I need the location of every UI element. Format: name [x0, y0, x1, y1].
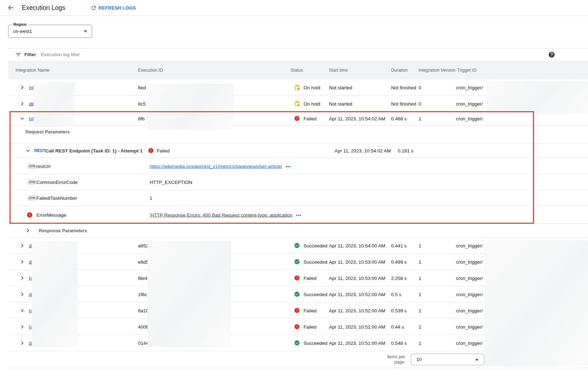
parameter-value[interactable]: 'HTTP Response Errors: 400 Bad Request c… — [150, 212, 293, 217]
execution-id-text: 6ed — [138, 85, 146, 90]
filter-input[interactable] — [41, 52, 189, 57]
integration-name-link[interactable]: bil — [29, 116, 34, 121]
request-parameters-section: Request Parameters — [8, 126, 588, 144]
expand-row-button[interactable] — [18, 306, 26, 315]
rest-task-type-icon: REST — [34, 148, 45, 153]
col-header-integration-version: Integration Version — [419, 68, 455, 73]
app-bar: Execution Logs REFRESH LOGS — [0, 0, 588, 16]
start-time: Apr 11, 2023, 10:54:00 AM — [329, 243, 385, 248]
expand-row-button[interactable] — [18, 100, 26, 108]
duration: 0.441 s — [391, 243, 407, 248]
refresh-logs-label: REFRESH LOGS — [98, 5, 136, 11]
trigger-id: cron_trigger/ — [456, 324, 483, 329]
help-icon — [548, 51, 555, 58]
duration: 0.44 s — [391, 324, 404, 329]
string-type-badge: STR — [27, 195, 37, 201]
task-failed-icon — [148, 148, 154, 154]
redaction-blur-names-top — [34, 82, 75, 127]
expand-row-button[interactable] — [18, 274, 26, 282]
expand-row-button[interactable] — [18, 83, 26, 92]
parameter-value-cell: https://wikimedia.org/api/rest_v1/metric… — [150, 163, 291, 169]
expand-response-parameters-button[interactable] — [24, 226, 32, 235]
execution-id-text: e6d5 — [138, 259, 149, 264]
failed-icon — [294, 324, 300, 330]
on-hold-icon — [294, 101, 300, 107]
status-icon-cell — [294, 324, 300, 330]
execution-id-text: 8fb — [138, 116, 145, 121]
task-title: Call REST Endpoint (Task ID: 1) - Attemp… — [45, 148, 143, 154]
table-row-expanded: bil 8fb Failed Apr 11, 2023, 10:54:02 AM… — [8, 112, 588, 126]
redaction-blur-execution-ids-top — [148, 84, 234, 130]
start-time: Apr 11, 2023, 10:53:00 AM — [329, 259, 385, 264]
expand-row-button[interactable] — [18, 258, 26, 266]
refresh-icon — [91, 5, 97, 11]
parameters-list: STR restUrl https://wikimedia.org/api/re… — [8, 158, 588, 224]
status-icon-cell — [294, 340, 300, 346]
start-time: Apr 11, 2023, 10:51:00 AM — [329, 340, 385, 346]
items-per-page-label: Items per page: — [377, 354, 405, 365]
parameter-value-cell: HTTP_EXCEPTION ••• — [150, 180, 192, 185]
parameter-name: restUrl — [36, 163, 50, 169]
status-text: Failed — [304, 324, 317, 329]
page-size-value: 10 — [411, 354, 484, 365]
integration-version: 1 — [419, 116, 421, 121]
status-icon-cell — [294, 307, 300, 314]
parameter-row: STR FailedlTaskNumber 1 ••• — [8, 190, 588, 206]
parameter-name: FailedlTaskNumber — [36, 196, 77, 201]
refresh-logs-button[interactable]: REFRESH LOGS — [91, 5, 136, 11]
expand-row-button[interactable] — [18, 290, 26, 299]
status-text: Succeeded — [304, 340, 328, 346]
dropdown-caret-icon — [475, 359, 479, 361]
expand-row-button[interactable] — [18, 339, 26, 347]
collapse-task-button[interactable] — [24, 146, 32, 155]
duration: 0.468 s — [391, 116, 407, 121]
parameter-value: 1 — [150, 196, 152, 201]
start-time: Not started — [329, 85, 352, 90]
chevron-down-icon — [24, 147, 31, 154]
error-icon — [26, 212, 33, 218]
integration-name-link[interactable]: bil — [29, 85, 34, 90]
collapse-row-button[interactable] — [18, 114, 26, 123]
string-type-badge: STR — [27, 179, 37, 185]
response-parameters-label: Response Parameters — [39, 228, 87, 233]
integration-version: 1 — [419, 340, 421, 346]
on-hold-icon — [294, 84, 300, 91]
status-icon-cell — [294, 84, 300, 91]
integration-version: 1 — [419, 259, 421, 264]
failed-icon — [294, 275, 300, 281]
start-time: Apr 11, 2023, 10:54:02 AM — [329, 116, 385, 121]
status-text: On hold — [304, 101, 320, 106]
parameter-row: STR CommonErrorCode HTTP_EXCEPTION ••• — [8, 174, 588, 190]
col-header-duration: Duration — [391, 68, 408, 73]
region-select[interactable]: Region us-west1 — [8, 25, 92, 38]
expand-row-button[interactable] — [18, 323, 26, 331]
parameter-name: ErrorMessage — [36, 212, 66, 217]
failed-icon — [294, 115, 300, 121]
back-button[interactable] — [6, 4, 15, 12]
duration: Not finished — [391, 101, 416, 106]
succeeded-icon — [294, 242, 300, 248]
succeeded-icon — [294, 291, 300, 297]
execution-id-text: 0144 — [138, 340, 149, 346]
execution-id-text: 4006 — [138, 324, 149, 329]
integration-version: 0 — [419, 85, 421, 90]
parameter-value[interactable]: https://wikimedia.org/api/rest_v1/metric… — [150, 163, 282, 169]
expand-row-button[interactable] — [18, 241, 26, 250]
integration-version: 1 — [419, 324, 421, 329]
page-size-select[interactable]: 10 — [411, 354, 484, 365]
status-text: Succeeded — [304, 259, 328, 264]
trigger-id: cron_trigger/ — [456, 85, 483, 90]
status-icon-cell — [294, 259, 300, 265]
failed-icon — [294, 307, 300, 313]
region-value: us-west1 — [8, 25, 92, 37]
filter-bar: Filter — [8, 48, 588, 61]
more-icon[interactable]: ••• — [286, 164, 291, 169]
region-label: Region — [12, 22, 28, 26]
trigger-id: cron_trigger/ — [456, 101, 483, 106]
duration: 0.5 s — [391, 292, 401, 297]
redaction-blur-names-bottom — [32, 241, 78, 347]
trigger-id: cron_trigger/ — [456, 340, 483, 346]
help-button[interactable] — [548, 51, 555, 58]
more-icon[interactable]: ••• — [296, 212, 301, 217]
succeeded-icon — [294, 340, 300, 346]
